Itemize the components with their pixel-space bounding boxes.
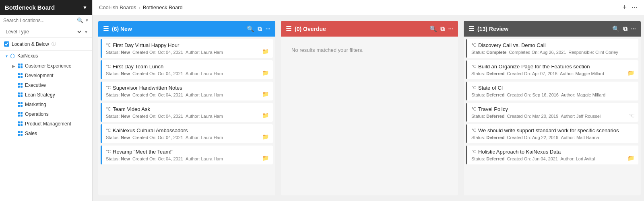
column-title-review: (13) Review <box>477 26 609 32</box>
search-input[interactable] <box>3 18 75 23</box>
card-responsible-label: Responsible: Clint Corley <box>568 50 618 55</box>
column-header-new: ☰ (6) New 🔍 ⧉ ··· <box>98 21 275 37</box>
column-menu-lines-icon: ☰ <box>286 25 291 33</box>
sidebar-search-bar: 🔍 ▼ <box>0 15 92 26</box>
card-meta: Status: New Created On: Oct 04, 2021 Aut… <box>106 71 269 76</box>
card-created-label: Created On: Oct 04, 2021 <box>132 50 183 55</box>
level-type-filter[interactable]: Level Type ▼ <box>0 26 92 38</box>
grid-icon-exec <box>18 83 23 88</box>
card-author-label: Author: Laura Ham <box>186 135 223 140</box>
card-folder-icon: 📁 <box>262 155 269 161</box>
sidebar-item-executive[interactable]: Executive <box>0 80 92 90</box>
column-more-icon[interactable]: ··· <box>448 25 453 32</box>
card-title: ℃ Discovery Call vs. Demo Call <box>471 42 634 48</box>
card-created-label: Created On: Aug 22, 2019 <box>507 135 559 140</box>
location-below-checkbox[interactable] <box>4 41 9 47</box>
add-button[interactable]: + <box>622 3 627 12</box>
card-review-4[interactable]: ℃ Travel Policy Status: Deferred Created… <box>466 103 638 122</box>
column-actions-overdue: 🔍 ⧉ ··· <box>429 25 453 33</box>
column-expand-icon[interactable]: ⧉ <box>623 25 627 33</box>
card-review-3[interactable]: ℃ State of CI Status: Deferred Created O… <box>466 82 638 100</box>
filter-chevron-icon: ▼ <box>84 30 88 34</box>
card-author-label: Author: Laura Ham <box>186 156 223 161</box>
card-title-text: Discovery Call vs. Demo Call <box>478 42 546 48</box>
card-review-6[interactable]: ℃ Holistic Approach to KaiNexus Data Sta… <box>466 146 638 164</box>
card-new-1[interactable]: ℃ First Day Virtual Happy Hour Status: N… <box>101 39 273 58</box>
card-new-6[interactable]: ℃ Revamp "Meet the Team!" Status: New Cr… <box>101 146 273 164</box>
card-meta: Status: Deferred Created On: Apr 07, 201… <box>471 71 634 76</box>
more-options-button[interactable]: ··· <box>632 3 638 12</box>
search-icon: 🔍 <box>77 17 83 23</box>
card-created-label: Created On: Oct 04, 2021 <box>132 71 183 76</box>
column-search-icon[interactable]: 🔍 <box>247 25 254 33</box>
card-new-2[interactable]: ℃ First Day Team Lunch Status: New Creat… <box>101 60 273 79</box>
card-created-label: Created On: Apr 07, 2016 <box>507 71 557 76</box>
pin-icon: ℃ <box>471 149 476 154</box>
card-new-4[interactable]: ℃ Team Video Ask Status: New Created On:… <box>101 103 273 122</box>
breadcrumb-parent-link[interactable]: Cool-ish Boards <box>99 4 136 10</box>
sidebar: Bottleneck Board ▼ 🔍 ▼ Level Type ▼ Loca… <box>0 0 93 201</box>
card-title-text: Supervisor Handwritten Notes <box>113 85 182 91</box>
card-review-2[interactable]: ℃ Build an Organize Page for the Feature… <box>466 60 638 79</box>
card-folder-icon: 📁 <box>627 70 634 76</box>
card-new-5[interactable]: ℃ KaiNexus Cultural Ambassadors Status: … <box>101 124 273 143</box>
grid-icon-sales <box>18 131 23 136</box>
card-title: ℃ Revamp "Meet the Team!" <box>106 149 269 155</box>
column-header-review: ☰ (13) Review 🔍 ⧉ ··· <box>464 21 641 37</box>
column-search-icon[interactable]: 🔍 <box>612 25 620 33</box>
card-created-label: Created On: Oct 04, 2021 <box>132 156 183 161</box>
sidebar-item-lean-strategy[interactable]: Lean Strategy <box>0 90 92 100</box>
kainexus-brand-icon: ⬡ <box>10 53 15 59</box>
sidebar-item-label: Lean Strategy <box>25 92 55 98</box>
card-meta: Status: New Created On: Oct 04, 2021 Aut… <box>106 114 269 119</box>
pin-icon: ℃ <box>106 128 111 133</box>
no-results-message: No results matched your filters. <box>283 39 456 61</box>
column-title-new: (6) New <box>112 26 244 32</box>
sidebar-item-sales[interactable]: Sales <box>0 129 92 138</box>
card-title-text: KaiNexus Cultural Ambassadors <box>113 127 188 133</box>
card-title: ℃ KaiNexus Cultural Ambassadors <box>106 127 269 133</box>
sidebar-header: Bottleneck Board ▼ <box>0 0 92 15</box>
column-expand-icon[interactable]: ⧉ <box>440 25 445 33</box>
card-status-label: Status: Deferred <box>471 71 505 76</box>
card-status-label: Status: Complete <box>471 50 506 55</box>
card-created-label: Created On: Oct 04, 2021 <box>132 114 183 119</box>
grid-icon-pm <box>18 121 23 126</box>
level-type-select[interactable]: Level Type <box>4 29 83 35</box>
sidebar-item-marketing[interactable]: Marketing <box>0 100 92 109</box>
info-icon: ⓘ <box>52 41 56 47</box>
sidebar-item-operations[interactable]: Operations <box>0 109 92 119</box>
card-status-label: Status: New <box>106 135 130 140</box>
card-created-label: Created On: Jun 04, 2021 <box>507 156 558 161</box>
card-title: ℃ First Day Team Lunch <box>106 64 269 70</box>
sidebar-item-label: Operations <box>25 111 49 117</box>
board-area: ☰ (6) New 🔍 ⧉ ··· ℃ First Day Virtual Ha… <box>93 15 644 201</box>
tree-root-label: KaiNexus <box>17 53 38 59</box>
pin-icon: ℃ <box>471 85 476 90</box>
column-search-icon[interactable]: 🔍 <box>429 25 437 33</box>
card-review-5[interactable]: ℃ We should write support standard work … <box>466 124 638 143</box>
card-title-text: First Day Virtual Happy Hour <box>113 42 179 48</box>
column-expand-icon[interactable]: ⧉ <box>258 25 262 33</box>
card-completed-label: Completed On: Aug 26, 2021 <box>509 50 566 55</box>
sidebar-item-product-management[interactable]: Product Management <box>0 119 92 129</box>
column-header-overdue: ☰ (0) Overdue 🔍 ⧉ ··· <box>281 21 458 37</box>
card-review-1[interactable]: ℃ Discovery Call vs. Demo Call Status: C… <box>466 39 638 58</box>
card-title-text: Travel Policy <box>478 106 508 112</box>
card-created-label: Created On: Oct 04, 2021 <box>132 92 183 97</box>
tree-root-kainexus[interactable]: ▾ ⬡ KaiNexus <box>0 51 92 61</box>
column-menu-lines-icon: ☰ <box>469 25 474 33</box>
card-new-3[interactable]: ℃ Supervisor Handwritten Notes Status: N… <box>101 82 273 100</box>
location-below-checkbox-row: Location & Below ⓘ <box>0 38 92 51</box>
column-more-icon[interactable]: ··· <box>631 25 636 32</box>
sidebar-item-development[interactable]: Development <box>0 71 92 80</box>
column-actions-review: 🔍 ⧉ ··· <box>612 25 636 33</box>
card-title-text: We should write support standard work fo… <box>478 127 619 133</box>
column-more-icon[interactable]: ··· <box>265 25 270 32</box>
pin-icon: ℃ <box>106 85 111 90</box>
card-author-label: Author: Laura Ham <box>186 114 223 119</box>
sidebar-item-customer-experience[interactable]: ▶ Customer Experience <box>0 61 92 71</box>
sidebar-item-label: Development <box>25 73 54 78</box>
tree-root-arrow-icon: ▾ <box>6 54 8 58</box>
card-author-label: Author: Laura Ham <box>186 92 223 97</box>
